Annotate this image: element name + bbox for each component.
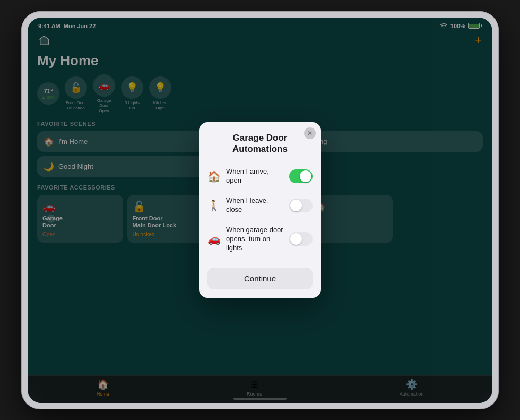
garage-open-label: When garage door opens, turn on lights (226, 226, 284, 253)
arrive-toggle[interactable] (289, 169, 313, 183)
arrive-label: When I arrive, open (226, 167, 284, 185)
continue-button[interactable]: Continue (207, 268, 313, 289)
modal-close-button[interactable]: ✕ (304, 127, 316, 139)
modal-footer: Continue (199, 262, 321, 298)
modal-header: ✕ Garage DoorAutomations (199, 122, 321, 158)
leave-icon: 🚶 (207, 199, 221, 212)
garage-open-toggle-knob (290, 233, 302, 245)
automation-item-garage-open: 🚗 When garage door opens, turn on lights (199, 220, 321, 258)
automation-list: 🏠 When I arrive, open 🚶 When I leave, cl… (199, 158, 321, 262)
garage-open-toggle[interactable] (289, 232, 313, 246)
ipad-screen: 9:41 AM Mon Jun 22 100% (28, 18, 492, 403)
modal-overlay: ✕ Garage DoorAutomations 🏠 When I arrive… (28, 18, 492, 403)
automation-item-leave: 🚶 When I leave, close (199, 191, 321, 220)
leave-label: When I leave, close (226, 196, 284, 215)
leave-toggle-knob (290, 200, 302, 211)
modal-title: Garage DoorAutomations (207, 133, 313, 155)
arrive-icon: 🏠 (207, 170, 221, 183)
ipad-frame: 9:41 AM Mon Jun 22 100% (21, 11, 499, 409)
leave-toggle[interactable] (289, 199, 313, 212)
arrive-toggle-knob (300, 170, 311, 182)
modal-dialog: ✕ Garage DoorAutomations 🏠 When I arrive… (199, 122, 321, 297)
garage-open-icon: 🚗 (207, 233, 221, 245)
automation-item-arrive: 🏠 When I arrive, open (199, 162, 321, 191)
